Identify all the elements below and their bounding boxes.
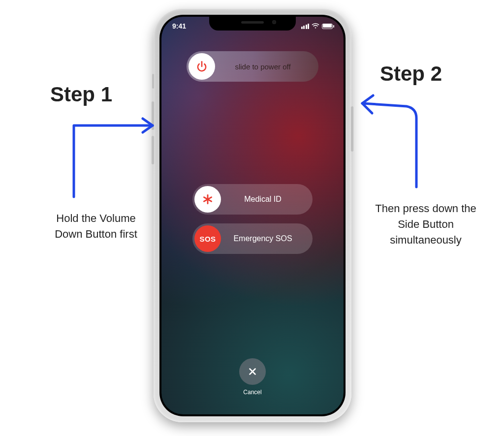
sos-icon: SOS	[194, 225, 221, 252]
phone-screen: 9:41	[161, 17, 344, 414]
wifi-icon	[312, 23, 319, 29]
phone-frame: 9:41	[154, 9, 351, 422]
step1-title: Step 1	[50, 83, 112, 106]
step2-title: Step 2	[380, 62, 442, 86]
cancel-label: Cancel	[243, 389, 261, 396]
step2-description: Then press down the Side Button simultan…	[369, 201, 482, 248]
step1-arrow	[64, 116, 162, 204]
battery-icon	[322, 24, 333, 29]
medical-asterisk-icon	[194, 186, 221, 213]
close-icon	[247, 366, 258, 377]
emergency-sos-label: Emergency SOS	[223, 234, 313, 243]
power-off-slider[interactable]: slide to power off	[187, 51, 318, 82]
step2-arrow	[352, 93, 426, 192]
cancel-button[interactable]	[239, 358, 266, 385]
mute-switch[interactable]	[152, 74, 154, 89]
status-time: 9:41	[172, 22, 186, 30]
power-icon	[189, 53, 215, 80]
step1-description: Hold the Volume Down Button first	[44, 211, 148, 242]
phone-bezel: 9:41	[159, 15, 346, 416]
cellular-signal-icon	[301, 24, 310, 29]
emergency-sos-slider[interactable]: SOS Emergency SOS	[192, 223, 313, 254]
medical-id-label: Medical ID	[223, 195, 313, 204]
status-right	[301, 23, 333, 29]
status-bar: 9:41	[161, 21, 344, 31]
power-off-label: slide to power off	[217, 62, 318, 71]
medical-id-slider[interactable]: Medical ID	[192, 184, 313, 215]
cancel-group: Cancel	[239, 358, 266, 396]
